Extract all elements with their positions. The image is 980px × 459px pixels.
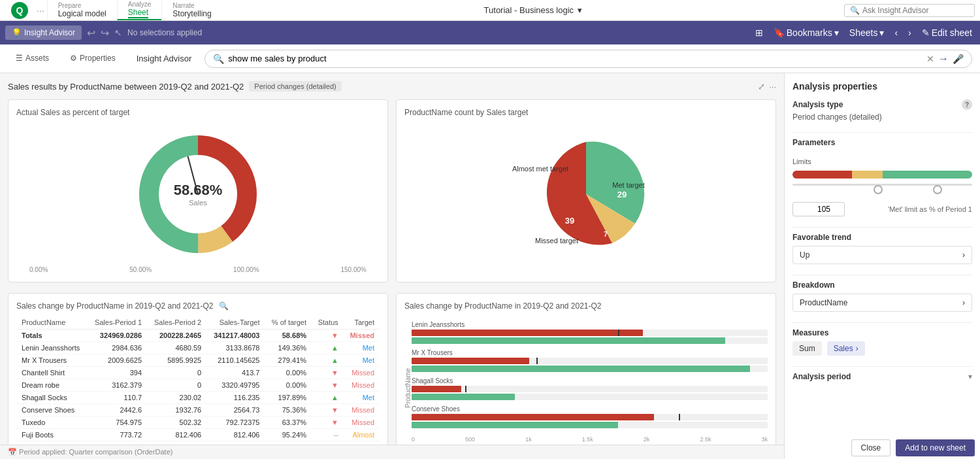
limit-input-row: 'Met' limit as % of Period 1 xyxy=(792,202,972,216)
bar-track-2a xyxy=(412,358,768,364)
cell-trend: ▲ xyxy=(312,392,344,404)
svg-text:29: 29 xyxy=(617,190,627,199)
cursor-icon[interactable]: ↖ xyxy=(114,27,122,38)
cell-pct: 149.36% xyxy=(265,342,312,354)
cell-status: Missed xyxy=(344,330,380,342)
nav-prepare-label: Prepare xyxy=(58,2,82,9)
bookmarks-btn[interactable]: 🔖 Bookmarks ▾ xyxy=(771,26,841,39)
cell-target: 3133.8678 xyxy=(206,342,265,354)
nav-analyze[interactable]: Analyze Sheet xyxy=(117,0,162,20)
redo-icon[interactable]: ↪ xyxy=(101,27,109,39)
assets-icon: ☰ xyxy=(16,54,23,63)
cell-name: Shagall Socks xyxy=(16,392,88,404)
col-product: ProductName xyxy=(16,316,88,330)
measures-row: Sum Sales › xyxy=(792,341,972,356)
search-mic-icon[interactable]: 🎤 xyxy=(953,54,964,64)
nav-prepare-value: Logical model xyxy=(58,9,106,18)
parameters-title: Parameters xyxy=(792,138,972,147)
cell-status: Missed xyxy=(344,404,380,416)
col-status: Status xyxy=(312,316,344,330)
cell-pct: 63.37% xyxy=(265,416,312,429)
title-dropdown-icon[interactable]: ▾ xyxy=(578,5,582,15)
bar-fill-2a xyxy=(412,358,529,364)
cell-name: Totals xyxy=(16,330,88,342)
search-input-wrap[interactable]: 🔍 ✕ → 🎤 xyxy=(204,50,972,68)
cell-p2: 1932.76 xyxy=(147,404,206,416)
nav-ellipsis[interactable]: ··· xyxy=(34,5,47,16)
favorable-chevron-icon: › xyxy=(962,250,965,260)
x-label-1-5k: 1.5k xyxy=(582,436,593,443)
nav-prepare[interactable]: Prepare Logical model xyxy=(47,0,117,20)
nav-search-box[interactable]: 🔍 xyxy=(844,4,975,17)
cell-pct: 75.36% xyxy=(265,404,312,416)
cell-name: Lenin Jeansshorts xyxy=(16,342,88,354)
insight-advisor-btn[interactable]: 💡 Insight Advisor xyxy=(5,26,82,40)
cell-p2: 4680.59 xyxy=(147,342,206,354)
divider-2 xyxy=(792,227,972,228)
add-to-sheet-button[interactable]: Add to new sheet xyxy=(896,439,975,456)
favorable-dropdown[interactable]: Up › xyxy=(792,246,972,264)
top-charts-row: Actual Sales as percent of target xyxy=(8,99,776,282)
period-collapse-icon[interactable]: ▾ xyxy=(968,372,972,381)
more-options-icon[interactable]: ··· xyxy=(769,82,776,92)
nav-narrate-value: Storytelling xyxy=(172,9,211,18)
cell-trend: ▼ xyxy=(312,404,344,416)
properties-tab[interactable]: ⚙ Properties xyxy=(62,48,123,69)
prev-sheet-btn[interactable]: ‹ xyxy=(892,26,900,39)
bar-track-2b xyxy=(412,366,768,372)
grid-icon[interactable]: ⊞ xyxy=(753,26,766,39)
cell-trend: ▼ xyxy=(312,330,344,342)
analysis-type-help[interactable]: ? xyxy=(962,99,972,110)
bar-row-4: Conserve Shoes xyxy=(412,405,768,428)
breakdown-section: Breakdown ProductName › xyxy=(792,280,972,312)
expand-icon[interactable]: ⤢ xyxy=(758,82,765,92)
slider-thumb-left[interactable] xyxy=(874,185,883,194)
table-chart-box: Sales change by ProductName in 2019-Q2 a… xyxy=(8,293,388,459)
table-row: Chantell Shirt 394 0 413.7 0.00% ▼ Misse… xyxy=(16,367,380,379)
cell-trend: ▼ xyxy=(312,416,344,429)
search-go-icon[interactable]: → xyxy=(938,53,949,65)
cell-name: Tuxedo xyxy=(16,416,88,429)
analysis-type-section: Analysis type ? Period changes (detailed… xyxy=(792,99,972,122)
cell-p2: 200228.2465 xyxy=(147,330,206,342)
limits-yellow-segment xyxy=(852,171,883,178)
cell-pct: 0.00% xyxy=(265,379,312,392)
nav-search-input[interactable] xyxy=(862,6,967,15)
results-title: Sales results by ProductName between 201… xyxy=(8,82,244,92)
bar-label-2: Mr X Trousers xyxy=(412,349,768,356)
close-button[interactable]: Close xyxy=(851,439,891,456)
donut-label-0: 0.00% xyxy=(29,266,48,273)
col-target: Sales-Target xyxy=(206,316,265,330)
sheets-btn[interactable]: Sheets ▾ xyxy=(847,26,887,39)
table-header-row: Sales change by ProductName in 2019-Q2 a… xyxy=(16,301,380,311)
cell-trend: ▼ xyxy=(312,379,344,392)
cell-p1: 324969.0286 xyxy=(88,330,147,342)
measures-chevron-icon[interactable]: › xyxy=(856,344,858,353)
pie-chart-box: ProductName count by Sales target xyxy=(396,99,776,282)
met-limit-input[interactable] xyxy=(792,202,845,216)
search-clear-icon[interactable]: ✕ xyxy=(926,54,934,64)
undo-icon[interactable]: ↩ xyxy=(87,27,95,39)
x-label-500: 500 xyxy=(465,436,475,443)
x-label-2-5k: 2.5k xyxy=(700,436,711,443)
cell-trend: ▲ xyxy=(312,354,344,367)
nav-title: Tutorial - Business logic ▾ xyxy=(222,5,844,15)
content-area: Sales results by ProductName between 201… xyxy=(0,73,784,459)
assets-tab[interactable]: ☰ Assets xyxy=(8,48,57,69)
edit-sheet-btn[interactable]: ✎ Edit sheet xyxy=(919,26,975,39)
table-search-icon[interactable]: 🔍 xyxy=(219,301,229,311)
nav-narrate[interactable]: Narrate Storytelling xyxy=(161,0,221,20)
right-panel: Analysis properties Analysis type ? Peri… xyxy=(784,73,980,459)
cell-target: 792.72375 xyxy=(206,416,265,429)
cell-target: 2110.145625 xyxy=(206,354,265,367)
bar-label-4: Conserve Shoes xyxy=(412,405,768,413)
cell-p2: 502.32 xyxy=(147,416,206,429)
bar-fill-2b xyxy=(412,366,750,372)
donut-chart-title: Actual Sales as percent of target xyxy=(16,108,380,117)
breakdown-dropdown[interactable]: ProductName › xyxy=(792,294,972,312)
slider-thumb-right[interactable] xyxy=(933,185,942,194)
next-sheet-btn[interactable]: › xyxy=(906,26,914,39)
bar-marker-4a xyxy=(679,414,680,420)
table-row: Shagall Socks 110.7 230.02 116.235 197.8… xyxy=(16,392,380,404)
search-input[interactable] xyxy=(228,54,923,63)
